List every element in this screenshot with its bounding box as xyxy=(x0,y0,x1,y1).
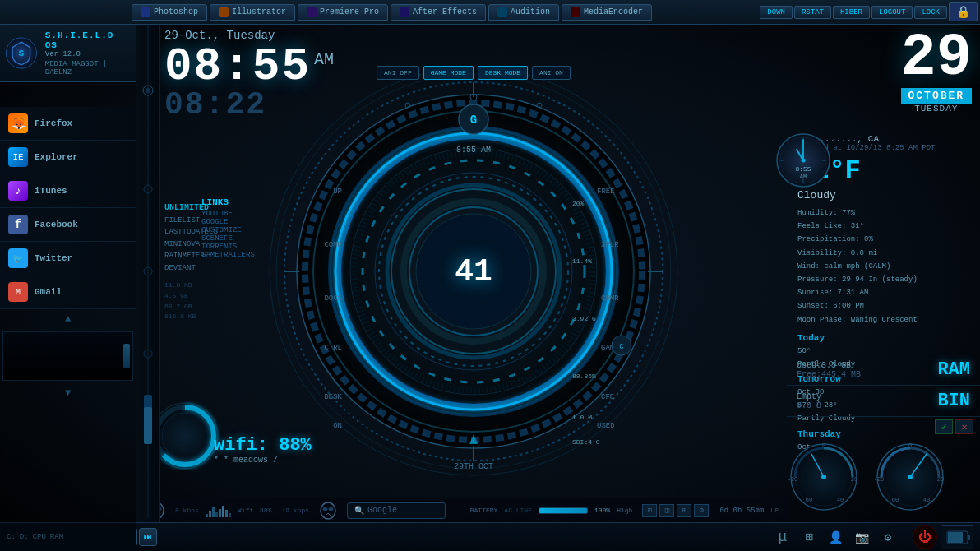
time-main: 08:55 xyxy=(164,44,311,90)
power-button[interactable]: ⏻ xyxy=(913,525,937,549)
svg-text:SBI:4.0: SBI:4.0 xyxy=(572,438,600,446)
svg-text:COMP: COMP xyxy=(324,241,342,249)
wifi-network: * * meadows / xyxy=(214,456,312,465)
close-button[interactable]: ✕ xyxy=(955,419,973,434)
svg-rect-112 xyxy=(968,535,970,540)
disk-4: 816.6 KB xyxy=(164,312,218,322)
link-scenefe[interactable]: SCENEFE xyxy=(201,234,255,243)
cpu-ram-bar: C: D: CPU RAM xyxy=(0,522,136,551)
rstat-button[interactable]: RSTAT xyxy=(794,6,831,19)
svg-text:USED: USED xyxy=(597,422,615,430)
taskbar-top: Photoshop Illustrator Premiere Pro After… xyxy=(0,0,980,25)
cal-weekday: TUESDAY xyxy=(901,104,972,113)
google-search[interactable]: 🔍 Google xyxy=(347,502,446,519)
svg-text:CHMR: CHMR xyxy=(601,294,619,303)
svg-rect-9 xyxy=(144,407,152,444)
link-torrents[interactable]: TORRENTS xyxy=(201,243,255,251)
tab-premiere[interactable]: Premiere Pro xyxy=(298,4,388,21)
svg-text:S: S xyxy=(19,49,25,58)
wifi-label: wifi: 88% xyxy=(214,435,312,456)
wind: Wind: calm mph (CALM) xyxy=(797,260,973,273)
bin-empty: Empty xyxy=(797,392,821,401)
svg-point-102 xyxy=(329,507,334,511)
icon-btn-1[interactable]: ⊡ xyxy=(642,504,657,517)
audition-icon xyxy=(497,7,507,17)
icon-btn-2[interactable]: ◫ xyxy=(659,504,674,517)
svg-text:XPLR: XPLR xyxy=(601,241,619,249)
battery-high: High xyxy=(617,507,632,514)
wifi-text: wifi: 88% * * meadows / xyxy=(214,435,312,465)
svg-text:DOCS: DOCS xyxy=(324,294,342,303)
icon-btn-4[interactable]: ⚙ xyxy=(694,504,709,517)
bandwidth-chart xyxy=(206,504,231,517)
bin-values: Empty 0.0 B xyxy=(797,392,821,410)
down-button[interactable]: DOWN xyxy=(760,6,793,19)
feels-like: Feels Like: 31° xyxy=(797,220,973,233)
sidebar-scroll-up[interactable]: ▲ xyxy=(0,309,136,329)
taskbar-icon-gear[interactable]: ⚙ xyxy=(876,526,899,549)
uptime-display: 0d 0h 55mm xyxy=(719,507,764,515)
sidebar-item-explorer[interactable]: IE Explorer xyxy=(0,141,136,174)
drive-d-label: D: xyxy=(20,533,29,541)
taskbar-bottom: 0:00 ⏮ ⏪ ⏯ ⏩ ⏭ μ ⊞ 👤 📷 ⚙ ⏻ xyxy=(0,522,980,551)
lock-icon[interactable]: 🔒 xyxy=(949,2,978,21)
sidebar-item-itunes[interactable]: ♪ iTunes xyxy=(0,174,136,208)
os-version: Ver 12.0 xyxy=(45,50,132,58)
svg-point-38 xyxy=(908,475,913,479)
tab-aftereffects[interactable]: After Effects xyxy=(391,4,486,21)
link-google[interactable]: GOOGLE xyxy=(201,218,255,226)
cal-month: OCTOBER xyxy=(901,88,972,104)
hiber-button[interactable]: HIBER xyxy=(833,6,870,19)
svg-text:1.0 M: 1.0 M xyxy=(572,414,592,421)
battery-percent: 100% xyxy=(594,507,610,514)
confirm-button[interactable]: ✓ xyxy=(935,419,953,434)
svg-line-103 xyxy=(326,513,328,516)
lock-button[interactable]: LOCK xyxy=(914,6,947,19)
battery-bar xyxy=(539,507,588,514)
taskbar-icon-mu[interactable]: μ xyxy=(771,526,794,549)
link-customize[interactable]: CUSTOMIZE xyxy=(201,226,255,234)
hud-btn-ani-on[interactable]: ANI ON xyxy=(532,66,571,80)
left-deco-panel xyxy=(136,25,160,551)
hud-btn-desk-mode[interactable]: DESK MODE xyxy=(478,66,528,80)
hud-btn-ani-off[interactable]: ANI OFF xyxy=(377,66,419,80)
speedometer-svg: -20 0 20 40 60 -20 0 20 40 60 xyxy=(787,440,976,514)
tab-mediaencoder[interactable]: MediaEncoder xyxy=(562,4,652,21)
top-right-controls: DOWN RSTAT HIBER LOGOUT LOCK 🔒 xyxy=(757,0,980,24)
ram-section: Used:3.5 GB Free:445.4 MB RAM Empty 0.0 … xyxy=(787,354,980,437)
svg-text:8:55 AM: 8:55 AM xyxy=(456,146,491,155)
tab-illustrator[interactable]: Illustrator xyxy=(210,4,295,21)
tab-photoshop[interactable]: Photoshop xyxy=(132,4,207,21)
svg-text:-20: -20 xyxy=(874,476,885,483)
app-tabs: Photoshop Illustrator Premiere Pro After… xyxy=(132,4,652,21)
sidebar-item-twitter[interactable]: 🐦 Twitter xyxy=(0,242,136,276)
shield-logo-icon: S xyxy=(4,35,39,72)
svg-text:G: G xyxy=(470,113,477,127)
gmail-icon: M xyxy=(8,282,28,302)
humidity: Humidity: 77% xyxy=(797,206,973,220)
svg-text:20: 20 xyxy=(851,476,858,483)
link-youtube[interactable]: YOUTUBE xyxy=(201,210,255,218)
sidebar-item-gmail[interactable]: M Gmail xyxy=(0,276,136,309)
taskbar-icon-cs[interactable]: ⊞ xyxy=(797,526,821,549)
cal-day: 29 xyxy=(901,29,972,88)
sidebar-scroll-down[interactable]: ▼ xyxy=(0,383,136,403)
logout-button[interactable]: LOGOUT xyxy=(871,6,913,19)
link-gametrailers[interactable]: GAMETRAILERS xyxy=(201,251,255,259)
disk-1: 11.0 KB xyxy=(164,280,218,291)
icon-btn-3[interactable]: ⊞ xyxy=(677,504,691,517)
stat-deviant: DEVIANT xyxy=(164,262,218,274)
speedometer-area: -20 0 20 40 60 -20 0 20 40 60 xyxy=(787,440,976,514)
wifi-bar-percent: 88% xyxy=(260,507,271,514)
ram-bar-label: RAM xyxy=(50,533,63,541)
bin-label: BIN xyxy=(937,391,970,411)
tab-audition[interactable]: Audition xyxy=(488,4,559,21)
sidebar-item-facebook[interactable]: f Facebook xyxy=(0,208,136,242)
transport-next[interactable]: ⏭ xyxy=(139,528,157,546)
sidebar-item-firefox[interactable]: 🦊 Firefox xyxy=(0,107,136,141)
hud-btn-game-mode[interactable]: GAME MODE xyxy=(423,66,474,80)
taskbar-icon-person[interactable]: 👤 xyxy=(824,526,847,549)
taskbar-icon-camera[interactable]: 📷 xyxy=(850,526,873,549)
svg-text:-20: -20 xyxy=(788,476,798,483)
svg-point-101 xyxy=(323,507,328,511)
